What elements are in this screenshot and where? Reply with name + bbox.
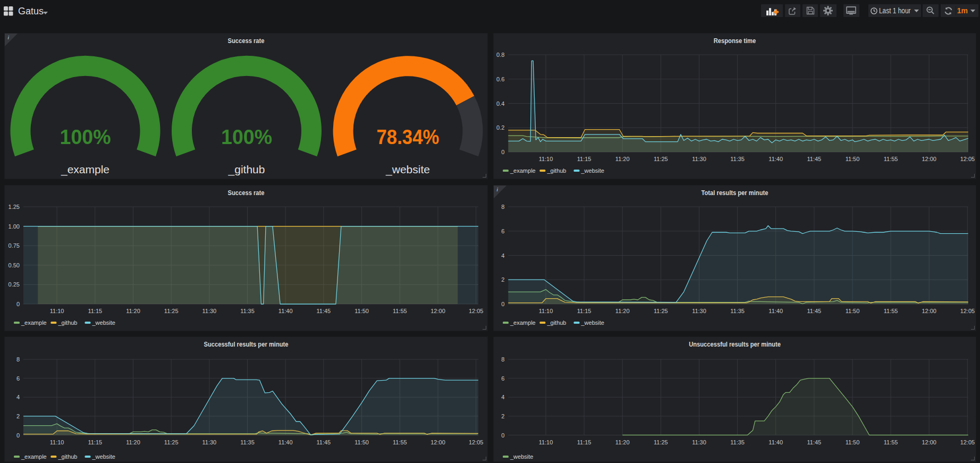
svg-text:11:55: 11:55: [884, 308, 898, 314]
svg-text:0: 0: [16, 301, 20, 307]
svg-text:11:50: 11:50: [846, 308, 860, 314]
svg-text:12:00: 12:00: [922, 439, 936, 445]
svg-text:4: 4: [501, 394, 504, 400]
svg-text:11:20: 11:20: [126, 308, 140, 314]
svg-text:8: 8: [501, 356, 504, 363]
svg-text:11:40: 11:40: [278, 308, 293, 314]
svg-text:11:55: 11:55: [884, 156, 898, 162]
svg-text:12:05: 12:05: [960, 308, 975, 314]
svg-text:0.2: 0.2: [496, 124, 504, 131]
svg-text:_example: _example: [510, 319, 536, 326]
svg-text:11:45: 11:45: [807, 308, 822, 314]
svg-text:6: 6: [501, 228, 504, 234]
svg-text:0.6: 0.6: [496, 76, 504, 82]
svg-text:2: 2: [501, 276, 504, 283]
svg-text:11:15: 11:15: [577, 439, 592, 445]
svg-text:11:30: 11:30: [202, 439, 217, 445]
svg-text:11:40: 11:40: [278, 439, 293, 445]
svg-text:11:20: 11:20: [615, 439, 630, 445]
svg-text:6: 6: [501, 375, 504, 382]
svg-text:11:35: 11:35: [240, 439, 255, 445]
svg-text:_github: _github: [546, 319, 566, 326]
svg-text:11:10: 11:10: [539, 156, 553, 162]
svg-text:1.25: 1.25: [9, 204, 20, 210]
svg-text:11:30: 11:30: [692, 439, 706, 445]
svg-text:_website: _website: [385, 163, 430, 176]
svg-text:11:15: 11:15: [88, 308, 102, 314]
svg-text:11:50: 11:50: [846, 439, 860, 445]
svg-text:100%: 100%: [60, 125, 111, 148]
svg-text:11:50: 11:50: [354, 439, 369, 445]
svg-text:11:55: 11:55: [393, 439, 407, 445]
svg-text:11:30: 11:30: [202, 308, 217, 314]
svg-text:0: 0: [501, 301, 504, 307]
svg-text:12:05: 12:05: [469, 439, 484, 445]
svg-text:12:00: 12:00: [430, 439, 445, 445]
svg-text:_example: _example: [61, 163, 109, 176]
svg-text:11:25: 11:25: [654, 308, 668, 314]
svg-text:11:15: 11:15: [88, 439, 102, 445]
svg-text:11:20: 11:20: [615, 156, 630, 162]
svg-text:_website: _website: [92, 319, 115, 326]
svg-text:11:45: 11:45: [807, 156, 822, 162]
svg-text:_example: _example: [21, 453, 47, 460]
svg-text:11:45: 11:45: [807, 439, 822, 445]
svg-text:_github: _github: [228, 163, 265, 176]
svg-text:_website: _website: [581, 319, 604, 326]
svg-text:_github: _github: [546, 167, 566, 174]
svg-text:11:25: 11:25: [654, 156, 668, 162]
svg-text:12:00: 12:00: [922, 308, 936, 314]
svg-text:_website: _website: [510, 453, 533, 460]
svg-text:11:25: 11:25: [164, 308, 179, 314]
svg-text:11:40: 11:40: [768, 308, 783, 314]
svg-text:11:10: 11:10: [539, 308, 553, 314]
svg-text:11:30: 11:30: [692, 156, 706, 162]
svg-text:8: 8: [501, 204, 504, 210]
svg-text:11:20: 11:20: [615, 308, 630, 314]
svg-text:11:40: 11:40: [768, 439, 783, 445]
svg-text:11:55: 11:55: [393, 308, 407, 314]
svg-text:12:00: 12:00: [922, 156, 936, 162]
svg-text:11:25: 11:25: [164, 439, 179, 445]
svg-text:_github: _github: [57, 453, 77, 460]
svg-text:78.34%: 78.34%: [377, 125, 440, 148]
svg-text:_example: _example: [21, 319, 47, 326]
svg-text:11:10: 11:10: [50, 439, 64, 445]
svg-text:_website: _website: [92, 453, 115, 460]
svg-text:0.25: 0.25: [9, 281, 20, 288]
svg-text:11:35: 11:35: [240, 308, 255, 314]
svg-text:11:10: 11:10: [539, 439, 553, 445]
svg-text:11:15: 11:15: [577, 156, 592, 162]
svg-text:11:50: 11:50: [354, 308, 369, 314]
svg-text:0.4: 0.4: [496, 100, 504, 107]
svg-text:11:35: 11:35: [730, 308, 745, 314]
svg-text:0: 0: [16, 432, 20, 439]
svg-text:0.50: 0.50: [9, 262, 20, 268]
svg-text:2: 2: [501, 413, 504, 419]
svg-text:0: 0: [501, 432, 504, 439]
svg-text:11:50: 11:50: [846, 156, 860, 162]
svg-text:0.75: 0.75: [9, 242, 20, 249]
svg-text:100%: 100%: [221, 125, 272, 148]
svg-text:12:00: 12:00: [430, 308, 445, 314]
svg-text:11:40: 11:40: [768, 156, 783, 162]
svg-text:12:05: 12:05: [469, 308, 484, 314]
svg-text:_github: _github: [57, 319, 77, 326]
svg-text:12:05: 12:05: [960, 439, 975, 445]
svg-text:_example: _example: [510, 167, 536, 174]
svg-text:11:45: 11:45: [317, 439, 331, 445]
svg-text:11:35: 11:35: [730, 439, 745, 445]
svg-text:0: 0: [501, 149, 504, 155]
svg-text:11:25: 11:25: [654, 439, 668, 445]
svg-text:11:55: 11:55: [884, 439, 898, 445]
svg-text:6: 6: [16, 375, 20, 382]
svg-text:11:45: 11:45: [317, 308, 331, 314]
svg-text:11:10: 11:10: [50, 308, 64, 314]
svg-text:12:05: 12:05: [960, 156, 975, 162]
svg-text:_website: _website: [581, 167, 604, 174]
svg-text:11:20: 11:20: [126, 439, 140, 445]
svg-text:11:30: 11:30: [692, 308, 706, 314]
svg-text:11:35: 11:35: [730, 156, 745, 162]
svg-text:8: 8: [16, 356, 20, 363]
svg-text:0.8: 0.8: [496, 52, 504, 58]
